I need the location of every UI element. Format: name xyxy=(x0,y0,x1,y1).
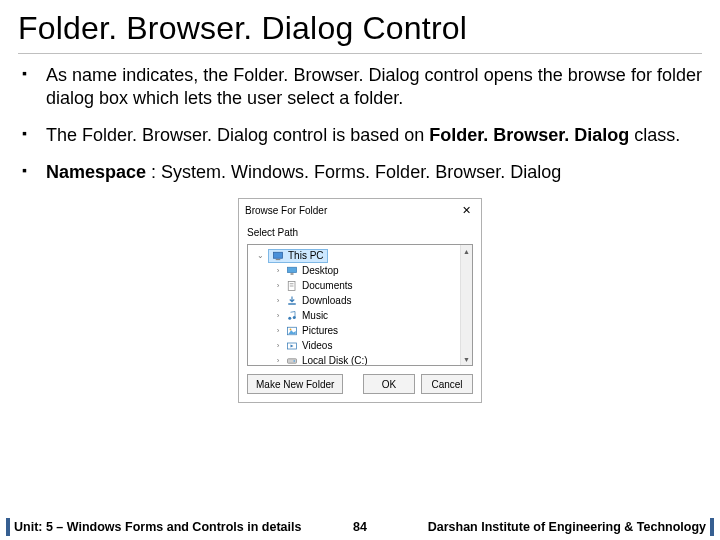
tree-node-label: Pictures xyxy=(302,325,338,336)
footer: Unit: 5 – Windows Forms and Controls in … xyxy=(0,514,720,540)
svg-point-11 xyxy=(290,328,292,330)
svg-point-8 xyxy=(288,316,291,319)
desktop-icon xyxy=(286,265,298,277)
folder-tree[interactable]: ⌄ This PC ›Desktop ›Documents ›Downloads… xyxy=(247,244,473,366)
cancel-button[interactable]: Cancel xyxy=(421,374,473,394)
dialog-label: Select Path xyxy=(247,227,473,238)
bullet-text: class. xyxy=(629,125,680,145)
bullet-item: As name indicates, the Folder. Browser. … xyxy=(46,64,702,110)
svg-rect-1 xyxy=(276,259,281,260)
svg-rect-14 xyxy=(294,360,296,362)
pictures-icon xyxy=(286,325,298,337)
chevron-right-icon[interactable]: › xyxy=(274,341,282,350)
tree-node-label: Desktop xyxy=(302,265,339,276)
bullet-list: As name indicates, the Folder. Browser. … xyxy=(18,64,702,184)
tree-node-label: Downloads xyxy=(302,295,351,306)
svg-rect-3 xyxy=(291,273,294,275)
dialog-title-text: Browse For Folder xyxy=(245,205,327,216)
bullet-item: The Folder. Browser. Dialog control is b… xyxy=(46,124,702,147)
computer-icon xyxy=(272,250,284,262)
documents-icon xyxy=(286,280,298,292)
bullet-text: : System. Windows. Forms. Folder. Browse… xyxy=(146,162,561,182)
tree-node-label: This PC xyxy=(288,250,324,261)
dialog-titlebar: Browse For Folder ✕ xyxy=(239,199,481,221)
music-icon xyxy=(286,310,298,322)
divider xyxy=(18,53,702,54)
chevron-down-icon[interactable]: ⌄ xyxy=(256,251,264,260)
disk-icon xyxy=(286,355,298,367)
chevron-right-icon[interactable]: › xyxy=(274,296,282,305)
tree-node-label: Documents xyxy=(302,280,353,291)
chevron-right-icon[interactable]: › xyxy=(274,356,282,365)
tree-node-label: Videos xyxy=(302,340,332,351)
page-title: Folder. Browser. Dialog Control xyxy=(18,10,702,47)
ok-button[interactable]: OK xyxy=(363,374,415,394)
scroll-up-icon[interactable]: ▲ xyxy=(461,245,472,257)
scrollbar[interactable]: ▲ ▼ xyxy=(460,245,472,365)
bullet-item: Namespace : System. Windows. Forms. Fold… xyxy=(46,161,702,184)
scroll-down-icon[interactable]: ▼ xyxy=(461,353,472,365)
chevron-right-icon[interactable]: › xyxy=(274,266,282,275)
bullet-text: The Folder. Browser. Dialog control is b… xyxy=(46,125,429,145)
page-number: 84 xyxy=(353,520,367,534)
svg-point-9 xyxy=(293,316,296,319)
close-icon[interactable]: ✕ xyxy=(457,201,475,219)
footer-right: Darshan Institute of Engineering & Techn… xyxy=(428,518,714,536)
svg-rect-7 xyxy=(288,303,296,305)
make-new-folder-button[interactable]: Make New Folder xyxy=(247,374,343,394)
tree-node-selected[interactable]: This PC xyxy=(268,249,328,263)
tree-node-label: Music xyxy=(302,310,328,321)
footer-left: Unit: 5 – Windows Forms and Controls in … xyxy=(6,518,301,536)
videos-icon xyxy=(286,340,298,352)
svg-rect-2 xyxy=(288,267,297,272)
bullet-text-bold: Namespace xyxy=(46,162,146,182)
chevron-right-icon[interactable]: › xyxy=(274,281,282,290)
bullet-text-bold: Folder. Browser. Dialog xyxy=(429,125,629,145)
svg-rect-13 xyxy=(288,358,297,363)
chevron-right-icon[interactable]: › xyxy=(274,311,282,320)
svg-rect-0 xyxy=(274,252,283,258)
folder-browser-dialog: Browse For Folder ✕ Select Path ⌄ This P… xyxy=(238,198,482,403)
chevron-right-icon[interactable]: › xyxy=(274,326,282,335)
tree-node-label: Local Disk (C:) xyxy=(302,355,368,366)
bullet-text: As name indicates, the Folder. Browser. … xyxy=(46,65,702,108)
downloads-icon xyxy=(286,295,298,307)
